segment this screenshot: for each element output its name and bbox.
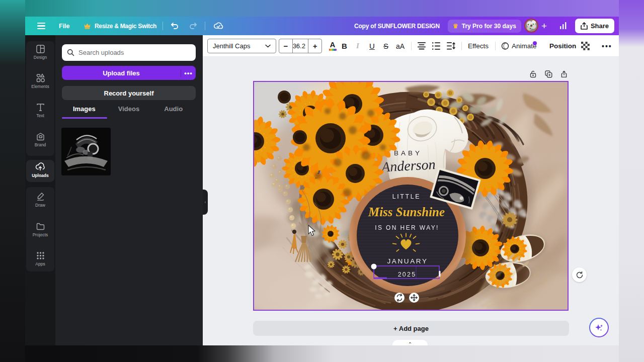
svg-text:IS ON HER WAY!: IS ON HER WAY! — [375, 224, 439, 231]
svg-text:LITTLE: LITTLE — [392, 193, 421, 200]
svg-text:Miss Sunshine: Miss Sunshine — [368, 205, 445, 219]
svg-text:BABY: BABY — [394, 149, 422, 157]
svg-text:2025: 2025 — [398, 271, 417, 278]
svg-text:JANUARY: JANUARY — [387, 257, 428, 265]
